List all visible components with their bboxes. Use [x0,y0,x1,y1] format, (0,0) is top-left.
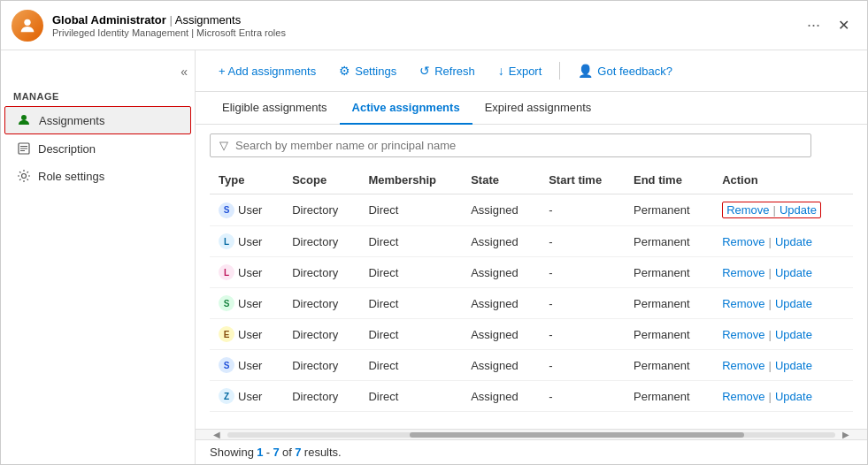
tabs: Eligible assignments Active assignments … [196,92,867,125]
table-row: S User DirectoryDirectAssigned-Permanent… [210,288,853,319]
feedback-button[interactable]: 👤 Got feedback? [569,59,681,82]
cell-membership: Direct [359,226,462,257]
svg-point-1 [21,115,27,120]
sidebar-item-assignments-label: Assignments [39,114,104,127]
col-membership: Membership [359,166,462,194]
update-link[interactable]: Update [775,390,812,403]
cell-membership: Direct [359,350,462,381]
sidebar-item-role-settings-label: Role settings [38,170,104,183]
refresh-icon: ↺ [419,64,430,78]
remove-link[interactable]: Remove [722,328,764,341]
cell-end: Permanent [625,226,713,257]
search-input[interactable] [235,139,802,152]
sidebar-item-description[interactable]: Description [4,135,191,162]
add-assignments-button[interactable]: + Add assignments [210,60,325,82]
search-bar: ▽ [196,125,867,166]
cell-action: Remove | Update [713,194,853,226]
settings-icon [17,169,31,183]
cell-end: Permanent [625,194,713,226]
update-link[interactable]: Update [775,235,812,248]
update-link[interactable]: Update [775,266,812,279]
cell-type: L User [210,257,283,288]
table-header: Type Scope Membership State Start time E… [210,166,853,194]
horizontal-scrollbar: ◀ ▶ [196,429,867,439]
close-icon[interactable]: ✕ [831,13,856,37]
cell-end: Permanent [625,350,713,381]
update-link[interactable]: Update [775,297,812,310]
footer-total: 7 [295,446,301,459]
cell-end: Permanent [625,381,713,412]
sidebar-manage-label: Manage [1,86,195,105]
sidebar: « Manage Assignments [1,50,196,464]
main-layout: « Manage Assignments [1,50,867,464]
table-row: E User DirectoryDirectAssigned-Permanent… [210,319,853,350]
cell-action: Remove | Update [713,350,853,381]
tab-expired-assignments[interactable]: Expired assignments [472,92,604,125]
sidebar-item-role-settings[interactable]: Role settings [4,163,191,189]
remove-link[interactable]: Remove [722,235,764,248]
col-end-time: End time [625,166,713,194]
export-button[interactable]: ↓ Export [489,59,551,82]
col-state: State [462,166,540,194]
tab-eligible-assignments[interactable]: Eligible assignments [210,92,340,125]
col-start-time: Start time [540,166,625,194]
remove-link[interactable]: Remove [722,390,764,403]
collapse-sidebar-icon[interactable]: « [181,65,188,79]
cell-membership: Direct [359,381,462,412]
cell-membership: Direct [359,257,462,288]
scroll-left-icon[interactable]: ◀ [210,430,224,439]
cell-action: Remove | Update [713,257,853,288]
search-input-wrapper: ▽ [210,133,811,157]
cell-scope: Directory [283,319,359,350]
refresh-button[interactable]: ↺ Refresh [411,59,484,82]
update-link[interactable]: Update [775,359,812,372]
col-scope: Scope [283,166,359,194]
cell-action: Remove | Update [713,288,853,319]
remove-link[interactable]: Remove [726,203,769,217]
cell-end: Permanent [625,257,713,288]
feedback-icon: 👤 [578,64,593,78]
cell-state: Assigned [462,194,540,226]
remove-link[interactable]: Remove [722,266,764,279]
cell-membership: Direct [359,194,462,226]
cell-start: - [540,194,625,226]
cell-start: - [540,319,625,350]
window: Global Administrator | Assignments Privi… [0,0,868,465]
cell-start: - [540,226,625,257]
filter-icon: ▽ [219,139,228,152]
scroll-right-icon[interactable]: ▶ [839,430,853,439]
update-link[interactable]: Update [780,203,817,217]
sidebar-item-description-label: Description [38,142,96,156]
cell-action: Remove | Update [713,381,853,412]
export-icon: ↓ [498,64,504,78]
cell-state: Assigned [462,226,540,257]
toolbar: + Add assignments ⚙ Settings ↺ Refresh ↓… [196,50,867,92]
remove-link[interactable]: Remove [722,359,764,372]
titlebar: Global Administrator | Assignments Privi… [1,1,867,50]
svg-point-6 [22,174,27,179]
table-row: L User DirectoryDirectAssigned-Permanent… [210,257,853,288]
cell-type: L User [210,226,283,257]
cell-scope: Directory [283,381,359,412]
scrollbar-thumb[interactable] [410,432,744,438]
settings-button[interactable]: ⚙ Settings [330,59,405,82]
cell-state: Assigned [462,257,540,288]
more-options-icon[interactable]: ··· [803,12,824,38]
table-row: L User DirectoryDirectAssigned-Permanent… [210,226,853,257]
cell-scope: Directory [283,257,359,288]
scrollbar-track-inner[interactable] [227,432,835,438]
content-area: + Add assignments ⚙ Settings ↺ Refresh ↓… [196,50,867,464]
cell-type: E User [210,319,283,350]
titlebar-actions: ··· ✕ [803,12,856,38]
cell-start: - [540,288,625,319]
cell-type: Z User [210,381,283,412]
sidebar-item-assignments[interactable]: Assignments [4,106,191,134]
cell-action: Remove | Update [713,319,853,350]
cell-type: S User [210,350,283,381]
update-link[interactable]: Update [775,328,812,341]
cell-end: Permanent [625,319,713,350]
remove-link[interactable]: Remove [722,297,764,310]
footer: Showing 1 - 7 of 7 results. [196,439,867,464]
cell-state: Assigned [462,319,540,350]
tab-active-assignments[interactable]: Active assignments [340,92,472,125]
